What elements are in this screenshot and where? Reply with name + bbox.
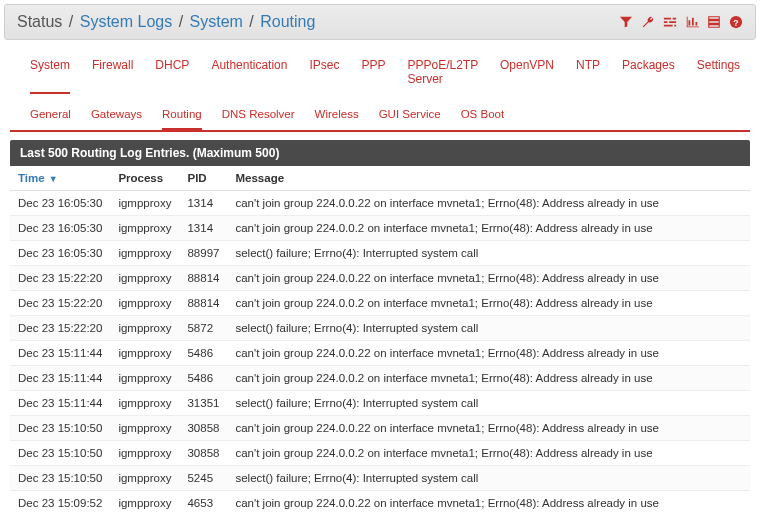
- cell-message: can't join group 224.0.0.2 on interface …: [227, 216, 750, 241]
- primary-tab[interactable]: Settings: [697, 58, 740, 94]
- cell-time: Dec 23 15:10:50: [10, 441, 110, 466]
- cell-message: select() failure; Errno(4): Interrupted …: [227, 466, 750, 491]
- cell-time: Dec 23 15:22:20: [10, 266, 110, 291]
- cell-time: Dec 23 16:05:30: [10, 216, 110, 241]
- cell-time: Dec 23 15:10:50: [10, 466, 110, 491]
- cell-pid: 30858: [179, 441, 227, 466]
- cell-pid: 5486: [179, 366, 227, 391]
- cell-process: igmpproxy: [110, 191, 179, 216]
- cell-message: can't join group 224.0.0.22 on interface…: [227, 341, 750, 366]
- breadcrumb: Status / System Logs / System / Routing: [17, 13, 315, 31]
- cell-process: igmpproxy: [110, 441, 179, 466]
- breadcrumb-root: Status: [17, 13, 62, 30]
- cell-pid: 88814: [179, 291, 227, 316]
- panel-header: Last 500 Routing Log Entries. (Maximum 5…: [10, 140, 750, 166]
- table-row: Dec 23 15:11:44igmpproxy5486can't join g…: [10, 341, 750, 366]
- cell-time: Dec 23 16:05:30: [10, 241, 110, 266]
- primary-tab[interactable]: OpenVPN: [500, 58, 554, 94]
- secondary-tab[interactable]: DNS Resolver: [222, 108, 295, 130]
- primary-tabs: SystemFirewallDHCPAuthenticationIPsecPPP…: [0, 44, 760, 94]
- cell-message: can't join group 224.0.0.22 on interface…: [227, 491, 750, 515]
- breadcrumb-bar: Status / System Logs / System / Routing …: [4, 4, 756, 40]
- cell-pid: 88997: [179, 241, 227, 266]
- cell-process: igmpproxy: [110, 416, 179, 441]
- table-row: Dec 23 15:11:44igmpproxy31351select() fa…: [10, 391, 750, 416]
- secondary-tab[interactable]: OS Boot: [461, 108, 504, 130]
- secondary-tab[interactable]: Wireless: [315, 108, 359, 130]
- cell-pid: 30858: [179, 416, 227, 441]
- col-header-time[interactable]: Time▼: [10, 166, 110, 191]
- help-icon[interactable]: ?: [729, 15, 743, 30]
- table-row: Dec 23 15:22:20igmpproxy5872select() fai…: [10, 316, 750, 341]
- cell-pid: 4653: [179, 491, 227, 515]
- bar-chart-icon[interactable]: [685, 15, 699, 30]
- wrench-icon[interactable]: [641, 15, 655, 30]
- cell-process: igmpproxy: [110, 491, 179, 515]
- cell-pid: 5245: [179, 466, 227, 491]
- col-header-pid[interactable]: PID: [179, 166, 227, 191]
- breadcrumb-system-logs[interactable]: System Logs: [80, 13, 172, 30]
- primary-tab[interactable]: Packages: [622, 58, 675, 94]
- primary-tab[interactable]: IPsec: [309, 58, 339, 94]
- primary-tab[interactable]: DHCP: [155, 58, 189, 94]
- table-row: Dec 23 16:05:30igmpproxy1314can't join g…: [10, 191, 750, 216]
- primary-tab[interactable]: Firewall: [92, 58, 133, 94]
- secondary-tab[interactable]: Routing: [162, 108, 202, 130]
- cell-message: select() failure; Errno(4): Interrupted …: [227, 241, 750, 266]
- filter-icon[interactable]: [619, 15, 633, 30]
- cell-time: Dec 23 15:22:20: [10, 291, 110, 316]
- tabs-divider: [10, 130, 750, 132]
- breadcrumb-routing[interactable]: Routing: [260, 13, 315, 30]
- list-icon[interactable]: [707, 15, 721, 30]
- breadcrumb-sep: /: [179, 13, 183, 30]
- cell-process: igmpproxy: [110, 241, 179, 266]
- cell-pid: 1314: [179, 216, 227, 241]
- cell-process: igmpproxy: [110, 216, 179, 241]
- table-row: Dec 23 15:11:44igmpproxy5486can't join g…: [10, 366, 750, 391]
- cell-time: Dec 23 15:11:44: [10, 366, 110, 391]
- secondary-tab[interactable]: Gateways: [91, 108, 142, 130]
- secondary-tab[interactable]: GUI Service: [379, 108, 441, 130]
- table-row: Dec 23 15:10:50igmpproxy30858can't join …: [10, 441, 750, 466]
- cell-message: select() failure; Errno(4): Interrupted …: [227, 391, 750, 416]
- cell-time: Dec 23 15:10:50: [10, 416, 110, 441]
- primary-tab[interactable]: NTP: [576, 58, 600, 94]
- primary-tab[interactable]: System: [30, 58, 70, 94]
- cell-pid: 5486: [179, 341, 227, 366]
- table-row: Dec 23 15:22:20igmpproxy88814can't join …: [10, 291, 750, 316]
- primary-tab[interactable]: Authentication: [211, 58, 287, 94]
- primary-tab[interactable]: PPPoE/L2TP Server: [407, 58, 478, 94]
- col-header-process[interactable]: Process: [110, 166, 179, 191]
- cell-message: can't join group 224.0.0.22 on interface…: [227, 416, 750, 441]
- table-row: Dec 23 15:22:20igmpproxy88814can't join …: [10, 266, 750, 291]
- sort-caret-down-icon: ▼: [49, 174, 58, 184]
- breadcrumb-system[interactable]: System: [190, 13, 243, 30]
- table-row: Dec 23 15:09:52igmpproxy4653can't join g…: [10, 491, 750, 515]
- secondary-tab[interactable]: General: [30, 108, 71, 130]
- cell-message: can't join group 224.0.0.2 on interface …: [227, 366, 750, 391]
- cell-message: can't join group 224.0.0.2 on interface …: [227, 291, 750, 316]
- cell-pid: 31351: [179, 391, 227, 416]
- cell-time: Dec 23 15:22:20: [10, 316, 110, 341]
- sliders-icon[interactable]: [663, 15, 677, 30]
- cell-message: select() failure; Errno(4): Interrupted …: [227, 316, 750, 341]
- table-row: Dec 23 15:10:50igmpproxy30858can't join …: [10, 416, 750, 441]
- cell-pid: 5872: [179, 316, 227, 341]
- cell-pid: 88814: [179, 266, 227, 291]
- primary-tab[interactable]: PPP: [361, 58, 385, 94]
- col-header-message[interactable]: Message: [227, 166, 750, 191]
- cell-process: igmpproxy: [110, 291, 179, 316]
- cell-time: Dec 23 15:11:44: [10, 391, 110, 416]
- log-table: Time▼ Process PID Message Dec 23 16:05:3…: [10, 166, 750, 514]
- cell-time: Dec 23 15:11:44: [10, 341, 110, 366]
- breadcrumb-sep: /: [249, 13, 253, 30]
- cell-pid: 1314: [179, 191, 227, 216]
- cell-time: Dec 23 16:05:30: [10, 191, 110, 216]
- table-row: Dec 23 16:05:30igmpproxy88997select() fa…: [10, 241, 750, 266]
- cell-process: igmpproxy: [110, 466, 179, 491]
- cell-process: igmpproxy: [110, 366, 179, 391]
- table-header-row: Time▼ Process PID Message: [10, 166, 750, 191]
- svg-text:?: ?: [733, 18, 738, 28]
- toolbar-icons: ?: [619, 15, 743, 30]
- cell-message: can't join group 224.0.0.2 on interface …: [227, 441, 750, 466]
